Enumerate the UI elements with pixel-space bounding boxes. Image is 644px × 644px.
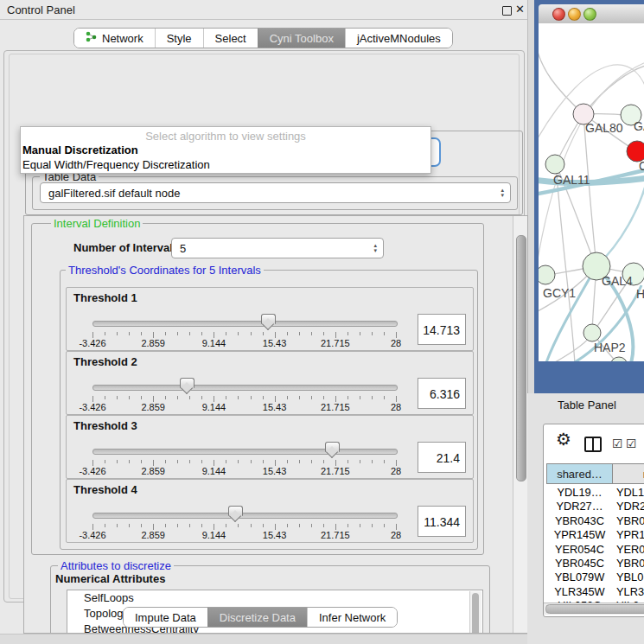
- attributes-list-scrollbar[interactable]: [469, 591, 481, 634]
- table-data-combo[interactable]: galFiltered.sif default node ▴▾: [40, 182, 511, 203]
- checkbox-icon[interactable]: ☑: [626, 437, 637, 450]
- split-pane-icon[interactable]: [584, 437, 602, 452]
- cell-name[interactable]: YDL1: [613, 486, 644, 500]
- vertical-scrollbar[interactable]: [513, 216, 527, 633]
- slider-scale-label: -3.426: [79, 338, 105, 348]
- close-traffic-light[interactable]: [552, 8, 565, 21]
- slider-tick: [360, 460, 360, 463]
- threshold-value-field[interactable]: 14.713: [418, 314, 466, 345]
- spinner-stepper-icon[interactable]: ▴▾: [373, 239, 377, 258]
- minimize-traffic-light[interactable]: [568, 8, 581, 21]
- cell-shared-name[interactable]: YER054C: [546, 543, 613, 557]
- tab-select[interactable]: Select: [203, 29, 258, 48]
- network-edge: [539, 52, 583, 114]
- slider-track[interactable]: [92, 385, 398, 391]
- table-header-shared-name[interactable]: shared…: [546, 463, 613, 484]
- threshold-value-field[interactable]: 6.316: [418, 378, 466, 409]
- cell-name[interactable]: YER0: [613, 543, 644, 557]
- cell-name[interactable]: YLR3: [613, 585, 644, 599]
- table-row[interactable]: YER054CYER0: [546, 543, 644, 557]
- tab-discretize-data[interactable]: Discretize Data: [207, 608, 307, 627]
- tab-infer-network[interactable]: Infer Network: [307, 608, 397, 627]
- slider-tick: [348, 332, 348, 335]
- tab-style[interactable]: Style: [155, 29, 203, 48]
- slider-tick: [335, 396, 336, 402]
- checkbox-icon[interactable]: ☑: [612, 437, 623, 450]
- slider-thumb[interactable]: [180, 378, 194, 388]
- attribute-list-item-selfloops[interactable]: SelfLoops: [67, 590, 482, 606]
- slider-tick: [177, 332, 178, 335]
- cell-shared-name[interactable]: YPR145W: [546, 528, 613, 542]
- cell-name[interactable]: YDR2: [613, 500, 644, 513]
- cell-shared-name[interactable]: YDL19…: [546, 486, 613, 500]
- slider-scale-label: -3.426: [79, 402, 105, 412]
- cell-name[interactable]: YBL0: [613, 571, 643, 584]
- threshold-value-field[interactable]: 11.344: [418, 506, 466, 537]
- cell-shared-name[interactable]: YBR043C: [546, 514, 613, 528]
- algorithm-option-manual-discretization[interactable]: Manual Discretization: [22, 143, 138, 156]
- table-row[interactable]: YDL19…YDL1: [546, 486, 644, 500]
- cell-name[interactable]: YBR0: [613, 514, 644, 528]
- node-label-gal80: GAL80: [585, 121, 623, 135]
- cell-name[interactable]: YBR0: [613, 557, 644, 571]
- tab-jactivemnodules[interactable]: jActiveMNodules: [345, 29, 452, 48]
- node-label-hap2: HAP2: [594, 341, 626, 354]
- table-row[interactable]: YDR27…YDR2: [546, 500, 644, 513]
- threshold-value-field[interactable]: 21.4: [418, 442, 466, 473]
- zoom-traffic-light[interactable]: [583, 8, 596, 21]
- slider-tick: [311, 460, 312, 463]
- slider-tick: [311, 524, 312, 527]
- network-window-titlebar[interactable]: [539, 4, 644, 24]
- cell-shared-name[interactable]: YLR345W: [546, 585, 613, 599]
- table-row[interactable]: YBR045CYBR0: [546, 557, 644, 571]
- vertical-scrollbar-thumb[interactable]: [516, 235, 526, 481]
- table-row[interactable]: YBL079WYBL0: [546, 571, 644, 584]
- horizontal-scrollbar[interactable]: [544, 603, 644, 615]
- cell-name[interactable]: YPR1: [613, 528, 644, 542]
- threshold-label: Threshold 2: [73, 355, 137, 368]
- algorithm-option-equal-width-frequency[interactable]: Equal Width/Frequency Discretization: [22, 158, 210, 171]
- slider-scale-label: 2.859: [141, 530, 165, 540]
- slider-tick: [92, 396, 93, 402]
- slider-tick: [396, 524, 397, 530]
- gear-icon[interactable]: ⚙: [556, 430, 571, 448]
- slider-tick: [165, 524, 166, 527]
- cell-shared-name[interactable]: YBL079W: [546, 571, 613, 584]
- slider-track[interactable]: [92, 449, 398, 455]
- node-gcy1[interactable]: [539, 265, 555, 284]
- slider-track[interactable]: [92, 513, 398, 519]
- slider-tick: [396, 332, 397, 338]
- tab-network[interactable]: Network: [74, 29, 155, 48]
- node-hap2[interactable]: [583, 324, 601, 341]
- close-icon[interactable]: ✕: [515, 3, 525, 16]
- table-row[interactable]: YLR345WYLR3: [546, 585, 644, 599]
- combo-stepper-icon[interactable]: ▴▾: [501, 183, 504, 202]
- slider-tick: [177, 460, 178, 463]
- slider-tick: [177, 396, 178, 399]
- attributes-group-title: Attributes to discretize: [58, 559, 174, 572]
- node-gal11[interactable]: [545, 155, 564, 174]
- cell-shared-name[interactable]: YBR045C: [546, 557, 613, 571]
- horizontal-scrollbar-thumb[interactable]: [545, 604, 644, 614]
- slider-tick: [275, 332, 276, 338]
- tab-impute-data[interactable]: Impute Data: [124, 608, 207, 627]
- slider-scale-label: 28: [391, 402, 401, 412]
- slider-scale-label: 21.715: [321, 530, 350, 540]
- tab-cyni-toolbox[interactable]: Cyni Toolbox: [258, 29, 345, 48]
- cell-shared-name[interactable]: YDR27…: [546, 500, 613, 513]
- table-row[interactable]: YPR145WYPR1: [546, 528, 644, 542]
- network-canvas[interactable]: GAL80GACGAL11GAL4GCY1HHAP2: [539, 23, 644, 361]
- number-of-intervals-spinner[interactable]: 5 ▴▾: [171, 238, 384, 258]
- slider-thumb[interactable]: [228, 506, 243, 516]
- attributes-scrollbar-thumb[interactable]: [472, 593, 479, 634]
- float-window-icon[interactable]: [502, 6, 512, 16]
- table-row[interactable]: YBR043CYBR0: [546, 514, 644, 528]
- slider-tick: [105, 332, 105, 335]
- slider-tick: [153, 460, 154, 466]
- table-header-name[interactable]: na: [613, 463, 644, 484]
- slider-thumb[interactable]: [261, 314, 276, 324]
- interval-definition-group: Interval Definition Number of Intervals …: [31, 223, 484, 555]
- number-of-intervals-value: 5: [180, 242, 186, 255]
- slider-thumb[interactable]: [325, 442, 340, 452]
- slider-track[interactable]: [92, 321, 398, 327]
